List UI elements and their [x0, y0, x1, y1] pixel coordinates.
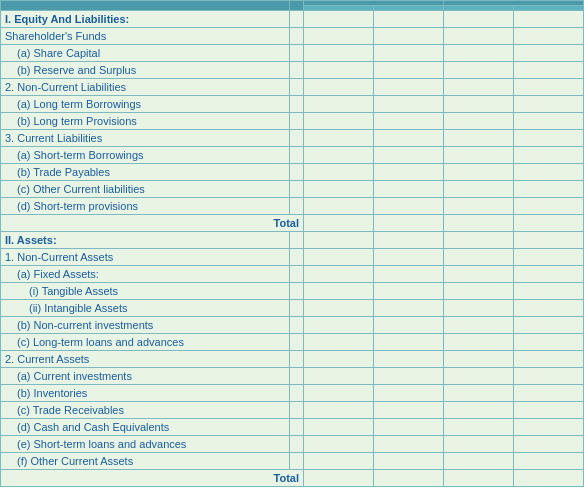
- particulars-cell: II. Assets:: [1, 232, 290, 249]
- note-no-cell: [290, 249, 304, 266]
- data-cell-3: [514, 28, 584, 45]
- table-row: (a) Fixed Assets:: [1, 266, 584, 283]
- table-row: (a) Short-term Borrowings: [1, 147, 584, 164]
- particulars-cell: (f) Other Current Assets: [1, 453, 290, 470]
- data-cell-1: [374, 45, 444, 62]
- note-no-cell: [290, 45, 304, 62]
- particulars-cell: (b) Long term Provisions: [1, 113, 290, 130]
- data-cell-0: [304, 436, 374, 453]
- note-no-cell: [290, 181, 304, 198]
- data-cell-2: [444, 147, 514, 164]
- data-cell-1: [374, 402, 444, 419]
- table-row: 1. Non-Current Assets: [1, 249, 584, 266]
- data-cell-3: [514, 113, 584, 130]
- data-cell-3: [514, 470, 584, 487]
- data-cell-1: [374, 164, 444, 181]
- note-no-cell: [290, 453, 304, 470]
- table-row: (d) Short-term provisions: [1, 198, 584, 215]
- particulars-cell: (ii) Intangible Assets: [1, 300, 290, 317]
- note-no-cell: [290, 351, 304, 368]
- data-cell-1: [374, 249, 444, 266]
- data-cell-1: [374, 232, 444, 249]
- data-cell-1: [374, 334, 444, 351]
- table-row: Total: [1, 215, 584, 232]
- table-row: 2. Non-Current Liabilities: [1, 79, 584, 96]
- data-cell-0: [304, 283, 374, 300]
- data-cell-0: [304, 215, 374, 232]
- data-cell-1: [374, 470, 444, 487]
- data-cell-2: [444, 402, 514, 419]
- note-no-cell: [290, 79, 304, 96]
- particulars-cell: 2. Non-Current Liabilities: [1, 79, 290, 96]
- table-row: Total: [1, 470, 584, 487]
- table-row: 2. Current Assets: [1, 351, 584, 368]
- particulars-cell: (c) Long-term loans and advances: [1, 334, 290, 351]
- data-cell-2: [444, 28, 514, 45]
- data-cell-2: [444, 266, 514, 283]
- data-cell-0: [304, 249, 374, 266]
- particulars-cell: (e) Short-term loans and advances: [1, 436, 290, 453]
- note-no-cell: [290, 11, 304, 28]
- data-cell-3: [514, 334, 584, 351]
- table-row: (a) Long term Borrowings: [1, 96, 584, 113]
- particulars-cell: I. Equity And Liabilities:: [1, 11, 290, 28]
- data-cell-0: [304, 62, 374, 79]
- data-cell-0: [304, 266, 374, 283]
- data-cell-3: [514, 79, 584, 96]
- data-cell-1: [374, 181, 444, 198]
- table-row: (i) Tangible Assets: [1, 283, 584, 300]
- data-cell-0: [304, 419, 374, 436]
- total-label: Total: [1, 470, 304, 487]
- data-cell-2: [444, 11, 514, 28]
- particulars-cell: (b) Trade Payables: [1, 164, 290, 181]
- data-cell-2: [444, 317, 514, 334]
- particulars-cell: (a) Current investments: [1, 368, 290, 385]
- data-cell-1: [374, 62, 444, 79]
- table-row: I. Equity And Liabilities:: [1, 11, 584, 28]
- data-cell-1: [374, 147, 444, 164]
- data-cell-1: [374, 300, 444, 317]
- note-no-cell: [290, 113, 304, 130]
- data-cell-3: [514, 198, 584, 215]
- data-cell-3: [514, 283, 584, 300]
- table-row: (b) Inventories: [1, 385, 584, 402]
- data-cell-0: [304, 453, 374, 470]
- data-cell-2: [444, 436, 514, 453]
- data-cell-2: [444, 334, 514, 351]
- data-cell-1: [374, 215, 444, 232]
- particulars-cell: (i) Tangible Assets: [1, 283, 290, 300]
- data-cell-3: [514, 215, 584, 232]
- data-cell-2: [444, 232, 514, 249]
- note-no-cell: [290, 385, 304, 402]
- table-row: (a) Current investments: [1, 368, 584, 385]
- data-cell-2: [444, 470, 514, 487]
- table-row: Shareholder's Funds: [1, 28, 584, 45]
- note-no-cell: [290, 300, 304, 317]
- data-cell-3: [514, 181, 584, 198]
- particulars-cell: (b) Inventories: [1, 385, 290, 402]
- data-cell-2: [444, 164, 514, 181]
- data-cell-2: [444, 62, 514, 79]
- note-no-cell: [290, 62, 304, 79]
- data-cell-0: [304, 198, 374, 215]
- table-row: (ii) Intangible Assets: [1, 300, 584, 317]
- note-no-cell: [290, 147, 304, 164]
- note-no-cell: [290, 198, 304, 215]
- data-cell-3: [514, 11, 584, 28]
- table-row: II. Assets:: [1, 232, 584, 249]
- table-row: (d) Cash and Cash Equivalents: [1, 419, 584, 436]
- data-cell-2: [444, 385, 514, 402]
- note-no-cell: [290, 436, 304, 453]
- note-no-cell: [290, 334, 304, 351]
- table-row: (c) Other Current liabilities: [1, 181, 584, 198]
- note-no-cell: [290, 164, 304, 181]
- data-cell-1: [374, 351, 444, 368]
- data-cell-3: [514, 300, 584, 317]
- data-cell-3: [514, 402, 584, 419]
- particulars-cell: (d) Cash and Cash Equivalents: [1, 419, 290, 436]
- main-container: I. Equity And Liabilities:Shareholder's …: [0, 0, 584, 487]
- data-cell-2: [444, 130, 514, 147]
- header-note-no: [290, 1, 304, 11]
- particulars-cell: 2. Current Assets: [1, 351, 290, 368]
- data-cell-2: [444, 249, 514, 266]
